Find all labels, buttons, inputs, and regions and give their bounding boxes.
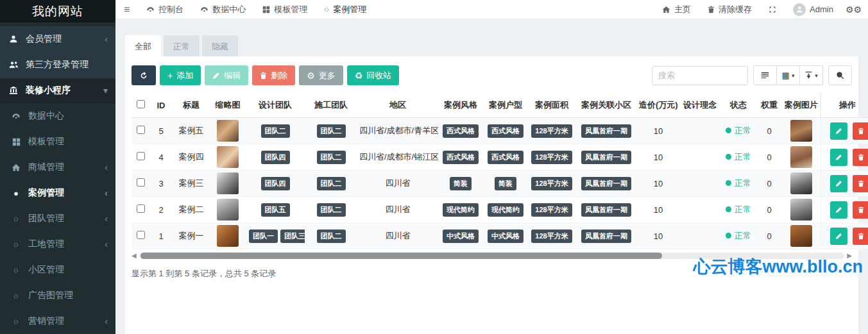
fullscreen-button[interactable] (760, 0, 785, 19)
edit-button[interactable]: 编辑 (205, 65, 248, 85)
add-button[interactable]: + 添加 (160, 65, 201, 85)
cell-cost: 10 (637, 171, 679, 197)
case-photo[interactable] (790, 199, 812, 221)
style-badge: 现代简约 (443, 203, 479, 217)
col-title[interactable]: 标题 (173, 93, 210, 118)
case-photo[interactable] (790, 146, 812, 168)
sidebar-item-community[interactable]: ○ 小区管理 (0, 257, 115, 283)
sidebar-item-marketing[interactable]: ○ 营销管理 ‹ (0, 308, 115, 334)
row-delete-button[interactable] (853, 228, 868, 245)
detail-view-button[interactable] (753, 65, 777, 85)
search-toggle-button[interactable] (828, 65, 852, 85)
row-delete-button[interactable] (853, 175, 868, 192)
thumbnail-image[interactable] (217, 120, 239, 142)
circle-icon: ○ (10, 214, 22, 224)
more-button[interactable]: ⚙ 更多 (299, 65, 343, 85)
row-delete-button[interactable] (853, 122, 868, 140)
row-edit-button[interactable] (830, 201, 847, 219)
row-delete-button[interactable] (853, 149, 868, 166)
sidebar-item-site[interactable]: ○ 工地管理 ‹ (0, 231, 115, 257)
sidebar-item-mini-program[interactable]: 装修小程序 ▾ (0, 78, 115, 103)
export-button[interactable]: ▾ (799, 65, 823, 85)
sidebar-item-team[interactable]: ○ 团队管理 ‹ (0, 206, 115, 231)
fullscreen-icon (769, 6, 776, 13)
row-edit-button[interactable] (830, 228, 847, 245)
sidebar-toggle-button[interactable]: ≡ (115, 0, 138, 19)
build-team-badge: 团队二 (317, 177, 346, 190)
cell-title: 案例五 (173, 118, 210, 144)
settings-gears-icon[interactable]: ⚙⚙ (842, 4, 868, 15)
row-checkbox[interactable] (137, 152, 145, 160)
thumbnail-image[interactable] (217, 199, 239, 221)
sidebar-item-label: 商城管理 (28, 162, 64, 173)
sidebar: 我的网站 会员管理 ‹ 第三方登录管理 装修小程序 ▾ (0, 0, 115, 334)
col-area: 案例面积 (528, 93, 575, 118)
row-edit-button[interactable] (830, 175, 847, 192)
thumbnail-image[interactable] (217, 172, 239, 194)
thumbnail-image[interactable] (217, 146, 239, 168)
design-team-badge: 团队二 (261, 124, 290, 138)
recycle-bin-button[interactable]: ♻ 回收站 (347, 65, 400, 85)
thumbnail-image[interactable] (217, 225, 239, 247)
table-row: 4 案例四 团队四 团队二 四川省/成都市/锦江区 西式风格 西式风格 128平… (132, 144, 868, 171)
nav-tab-console[interactable]: 控制台 (138, 0, 192, 19)
nav-tab-case[interactable]: ○ 案例管理 (316, 0, 375, 19)
cell-concept (679, 144, 720, 171)
design-team-badge: 团队四 (261, 151, 290, 164)
sidebar-item-label: 会员管理 (26, 33, 62, 45)
home-icon (10, 163, 22, 172)
house-type-badge: 西式风格 (488, 151, 523, 164)
scroll-left-arrow-icon[interactable]: ◀ (132, 253, 137, 259)
username: Admin (810, 4, 833, 14)
col-cost: 造价(万元) (637, 93, 679, 118)
row-edit-button[interactable] (830, 149, 847, 166)
row-edit-button[interactable] (830, 122, 847, 140)
case-photo[interactable] (790, 225, 812, 247)
cell-cost: 10 (637, 118, 679, 144)
row-checkbox[interactable] (137, 205, 145, 213)
dot-circle-icon: ● (10, 188, 22, 198)
row-delete-button[interactable] (853, 201, 868, 219)
nav-tab-data-center[interactable]: 数据中心 (192, 0, 254, 19)
user-menu[interactable]: Admin (785, 0, 842, 19)
cell-cost: 10 (637, 223, 679, 249)
sidebar-item-mall[interactable]: 商城管理 ‹ (0, 154, 115, 180)
sidebar-item-member[interactable]: 会员管理 ‹ (0, 26, 115, 52)
status-dot-icon (726, 180, 731, 186)
status-dot-icon (726, 154, 731, 160)
search-zone: ▦ ▾ ▾ (652, 65, 852, 85)
select-all-checkbox[interactable] (137, 100, 145, 108)
sidebar-item-ad[interactable]: ○ 广告图管理 (0, 283, 115, 308)
col-images: 案例图片 (782, 93, 821, 118)
case-photo[interactable] (790, 120, 812, 142)
col-id[interactable]: ID (149, 93, 173, 118)
tab-hidden[interactable]: 隐藏 (202, 35, 238, 58)
columns-button[interactable]: ▦ ▾ (776, 65, 800, 85)
trash-icon (708, 6, 715, 13)
case-photo[interactable] (790, 172, 812, 194)
scrollbar-thumb[interactable] (140, 253, 663, 259)
sidebar-item-template[interactable]: 模板管理 (0, 129, 115, 154)
style-badge: 简装 (450, 177, 472, 190)
sidebar-item-data-center[interactable]: 数据中心 (0, 103, 115, 129)
refresh-button[interactable] (132, 65, 156, 85)
cell-title: 案例二 (173, 197, 210, 223)
sidebar-item-third-party[interactable]: 第三方登录管理 (0, 52, 115, 78)
clear-cache-button[interactable]: 清除缓存 (699, 0, 760, 19)
row-checkbox[interactable] (137, 178, 145, 187)
nav-tab-template[interactable]: 模板管理 (254, 0, 316, 19)
home-button[interactable]: 主页 (654, 0, 699, 19)
sidebar-item-case[interactable]: ● 案例管理 ‹ (0, 180, 115, 206)
row-checkbox[interactable] (137, 126, 145, 134)
tab-normal[interactable]: 正常 (164, 35, 200, 58)
home-icon (662, 6, 670, 13)
cell-title: 案例四 (173, 144, 210, 171)
row-checkbox[interactable] (137, 231, 145, 239)
col-weight: 权重 (756, 93, 782, 118)
col-style: 案例风格 (438, 93, 483, 118)
delete-button[interactable]: 删除 (252, 65, 295, 85)
clear-cache-label: 清除缓存 (719, 4, 752, 15)
area-badge: 128平方米 (531, 151, 572, 164)
tab-all[interactable]: 全部 (125, 35, 161, 58)
search-input[interactable] (652, 66, 748, 85)
